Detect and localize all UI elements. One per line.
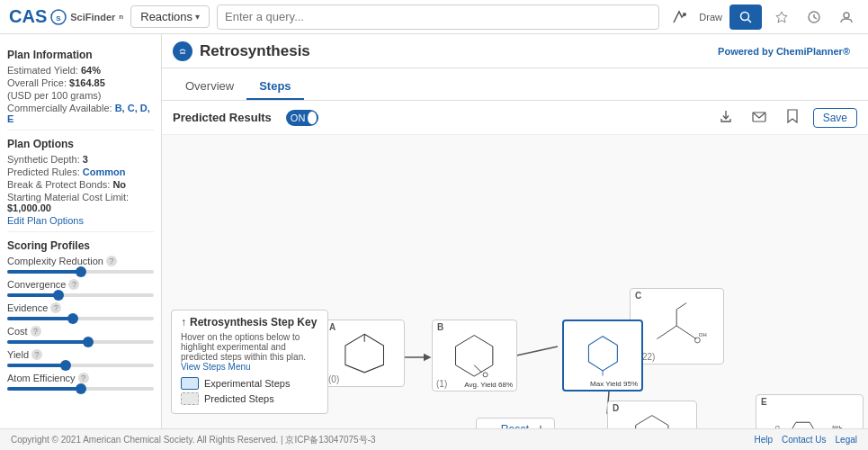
plan-info-title: Plan Information [7,49,154,61]
predicted-results-toggle[interactable]: ON [286,110,318,126]
left-panel: Plan Information Estimated Yield: 64% Ov… [0,34,162,450]
help-link[interactable]: Help [754,435,773,445]
pred-steps-box [181,392,199,405]
retro-icon [173,41,192,61]
svg-point-8 [177,46,188,57]
mol-main-structure [572,331,634,379]
right-area: Retrosynthesis Powered by ChemiPlanner® … [162,34,868,450]
price-note-row: (USD per 100 grams) [7,90,154,101]
svg-line-25 [676,303,686,310]
user-icon [839,10,854,24]
reactions-dropdown[interactable]: Reactions ▾ [130,5,210,28]
draw-label: Draw [699,12,722,22]
view-steps-menu-link[interactable]: View Steps Menu [181,362,251,372]
atom-info-icon[interactable]: ? [78,373,89,383]
history-button[interactable] [801,4,827,30]
search-input[interactable] [225,10,651,23]
atom-slider[interactable] [7,387,154,391]
download-icon [720,110,732,122]
toggle-on-label: ON [288,112,309,123]
svg-point-2 [683,13,686,16]
yield-info-icon[interactable]: ? [31,349,42,360]
bookmark-button[interactable] [781,106,804,129]
molecule-canvas: A (0) B (1) Avg. Yield [162,135,868,450]
cost-info-icon[interactable]: ? [31,326,41,337]
bookmark-icon [786,109,799,123]
convergence-slider[interactable] [7,293,154,297]
star-button[interactable] [769,4,794,30]
yield-slider[interactable] [7,364,154,367]
convergence-info-icon[interactable]: ? [68,279,79,290]
draw-button[interactable] [667,4,692,30]
save-button[interactable]: Save [813,108,857,128]
rules-label: Predicted Rules: [7,166,80,177]
footer-links: Help Contact Us Legal [754,435,857,445]
search-button[interactable] [729,4,762,30]
user-button[interactable] [834,4,859,30]
mol-a-structure [333,330,396,376]
draw-icon [671,9,687,25]
tab-steps[interactable]: Steps [246,74,303,100]
canvas-area: A (0) B (1) Avg. Yield [162,135,868,450]
svg-marker-5 [776,12,787,22]
edit-plan-options-link[interactable]: Edit Plan Options [7,215,84,226]
bonds-label: Break & Protect Bonds: [7,179,110,190]
email-button[interactable] [747,108,772,128]
reactions-label: Reactions [140,10,192,23]
cost-label: Cost [7,326,28,337]
search-box[interactable] [217,4,659,30]
footer: Copyright © 2021 American Chemical Socie… [0,428,868,450]
svg-text:S: S [57,14,62,22]
svg-marker-28 [588,337,617,371]
convergence-slider-row: Convergence ? [7,279,154,297]
svg-point-21 [483,373,488,377]
complexity-slider[interactable] [7,270,154,274]
download-button[interactable] [714,107,738,128]
step-key-arrow-icon: ↑ [181,316,186,328]
mol-b-structure [441,331,507,381]
yield-row: Estimated Yield: 64% [7,65,154,76]
avail-label: Commercially Available: [7,103,112,113]
depth-value: 3 [83,154,88,165]
cost-limit-label: Starting Material Cost Limit: [7,192,129,202]
svg-text:OH: OH [699,332,707,338]
evidence-info-icon[interactable]: ? [50,302,61,313]
cost-slider[interactable] [7,340,154,344]
star-icon [774,10,789,24]
powered-by: Powered by ChemiPlanner® [718,46,850,57]
chemiplanner-label: ChemiPlanner® [776,46,850,57]
evidence-label: Evidence [7,302,48,313]
clock-icon [807,10,821,24]
molecule-main[interactable]: Max Yield 95% [562,320,643,392]
main-layout: Plan Information Estimated Yield: 64% Ov… [0,34,868,450]
molecule-b[interactable]: B (1) Avg. Yield 68% [432,320,517,392]
exp-steps-label: Experimental Steps [204,378,290,389]
evidence-slider-row: Evidence ? [7,302,154,320]
edit-options-row[interactable]: Edit Plan Options [7,215,154,226]
experimental-steps-item[interactable]: Experimental Steps [181,377,318,390]
molecule-c[interactable]: C OH (122) [630,288,724,364]
price-note: (USD per 100 grams) [7,90,102,101]
pred-steps-label: Predicted Steps [204,393,274,404]
contact-link[interactable]: Contact Us [782,435,826,445]
top-navigation: CAS S SciFinder n Reactions ▾ Draw [0,0,868,34]
predicted-steps-item[interactable]: Predicted Steps [181,392,318,405]
email-icon [752,112,766,122]
step-key-desc: Hover on the options below to highlight … [181,332,318,372]
logo[interactable]: CAS S SciFinder n [9,6,123,27]
complexity-info-icon[interactable]: ? [106,256,117,266]
rules-value: Common [83,166,126,177]
depth-row: Synthetic Depth: 3 [7,154,154,165]
cas-logo-text: CAS [9,6,47,27]
yield-value: 64% [81,65,101,76]
bonds-value: No [112,179,126,190]
divider-2 [7,231,154,232]
evidence-slider[interactable] [7,317,154,320]
atom-slider-row: Atom Efficiency ? [7,373,154,391]
bonds-row: Break & Protect Bonds: No [7,179,154,190]
legal-link[interactable]: Legal [836,435,857,445]
tab-overview[interactable]: Overview [173,74,246,100]
cost-limit-row: Starting Material Cost Limit: $1,000.00 [7,192,154,213]
molecule-a[interactable]: A (0) [324,320,405,387]
svg-line-22 [658,327,677,340]
